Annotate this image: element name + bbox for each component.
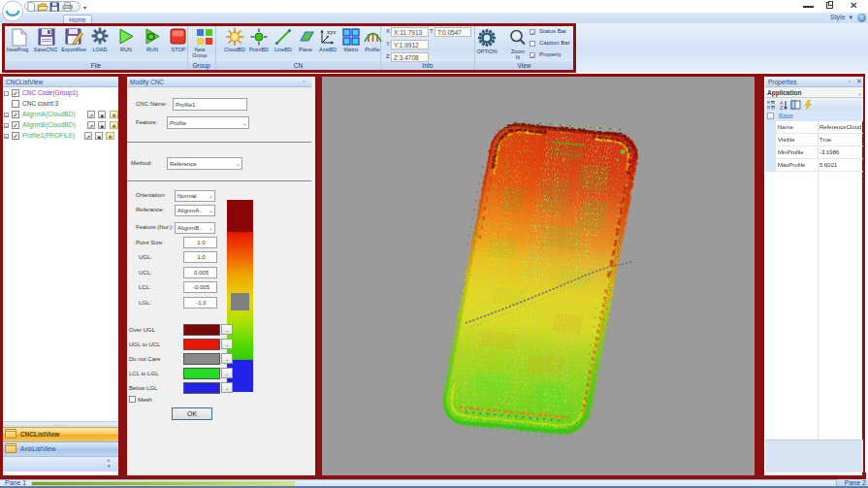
svg-text:xyz: xyz	[327, 28, 337, 35]
